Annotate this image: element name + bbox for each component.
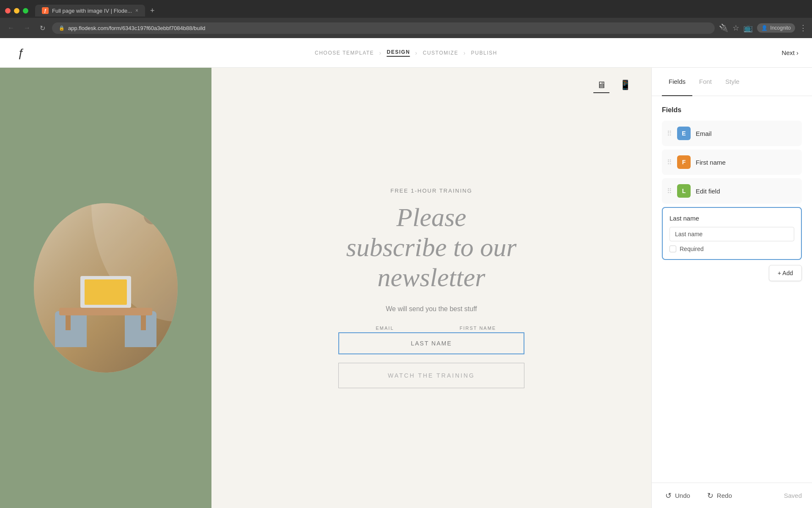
field-input-row: [669, 227, 794, 241]
saved-status: Saved: [784, 492, 802, 499]
step-arrow-2: ›: [415, 50, 418, 56]
back-button[interactable]: ←: [5, 22, 17, 33]
expanded-header: Last name: [669, 215, 794, 222]
main-content: 🖥 📱 FREE 1-HOUR TRAINING Pleasesubscribe…: [0, 68, 812, 508]
lock-icon: 🔒: [59, 25, 65, 31]
email-field-icon: E: [677, 127, 691, 140]
last-name-field-input[interactable]: [669, 227, 794, 241]
tab-favicon: ƒ: [42, 7, 49, 14]
step-arrow-3: ›: [464, 50, 466, 56]
url-text: app.flodesk.com/form/6343c197f60a3ebbf70…: [68, 25, 206, 31]
address-bar[interactable]: 🔒 app.flodesk.com/form/6343c197f60a3ebbf…: [52, 22, 715, 34]
new-tab-button[interactable]: +: [147, 5, 158, 17]
form-labels-row: EMAIL FIRST NAME: [338, 326, 524, 331]
canvas-area: 🖥 📱 FREE 1-HOUR TRAINING Pleasesubscribe…: [0, 68, 651, 508]
form-title: Pleasesubscribe to ournewsletter: [346, 202, 517, 293]
editfield-icon: L: [677, 184, 691, 198]
step-choose-template[interactable]: CHOOSE TEMPLATE: [315, 50, 374, 56]
hero-image: [34, 203, 178, 373]
firstname-field-label: First name: [696, 159, 726, 166]
next-arrow-icon: ›: [796, 49, 798, 56]
sidebar-bottom-bar: ↺ Undo ↻ Redo Saved: [652, 483, 812, 508]
star-icon[interactable]: ☆: [732, 23, 739, 33]
step-design[interactable]: DESIGN: [387, 49, 410, 57]
drag-handle-email[interactable]: ⠿: [667, 130, 672, 138]
form-description: We will send you the best stuff: [386, 305, 477, 313]
undo-icon: ↺: [665, 491, 672, 500]
app-nav: ƒ CHOOSE TEMPLATE › DESIGN › CUSTOMIZE ›…: [0, 38, 812, 68]
redo-button[interactable]: ↻ Redo: [704, 489, 735, 502]
nav-steps: CHOOSE TEMPLATE › DESIGN › CUSTOMIZE › P…: [315, 49, 497, 57]
email-field-label: Email: [696, 130, 712, 137]
submit-button[interactable]: WATCH THE TRAINING: [338, 363, 524, 388]
editfield-label: Edit field: [696, 188, 720, 195]
sidebar-content: Fields ⠿ E Email ⠿ F First name ⠿ L: [652, 96, 812, 483]
form-input-row: [338, 332, 524, 354]
sidebar-tabs: Fields Font Style: [652, 68, 812, 96]
first-name-label: FIRST NAME: [431, 326, 524, 331]
email-label: EMAIL: [338, 326, 431, 331]
expanded-title: Last name: [669, 215, 699, 222]
form-subtitle: FREE 1-HOUR TRAINING: [390, 188, 472, 194]
field-item-email[interactable]: ⠿ E Email: [662, 121, 802, 146]
required-label: Required: [680, 246, 704, 252]
step-arrow-1: ›: [379, 50, 381, 56]
tab-style[interactable]: Style: [719, 68, 746, 96]
forward-button[interactable]: →: [21, 22, 33, 33]
app-logo: ƒ: [14, 45, 29, 61]
maximize-dot[interactable]: [23, 8, 28, 14]
profile-badge[interactable]: 👤 Incognito: [757, 23, 795, 33]
incognito-label: Incognito: [770, 25, 791, 31]
mobile-toggle-button[interactable]: 📱: [616, 78, 634, 93]
cast-icon[interactable]: 📺: [743, 23, 753, 33]
tab-fields[interactable]: Fields: [662, 68, 692, 96]
reload-button[interactable]: ↻: [37, 22, 48, 34]
required-checkbox-row: Required: [669, 246, 794, 252]
step-customize[interactable]: CUSTOMIZE: [423, 50, 458, 56]
more-options-icon[interactable]: ⋮: [799, 23, 807, 33]
browser-tab[interactable]: ƒ Full page with image IV | Flode... ×: [35, 5, 145, 17]
field-expanded-lastname: Last name Required: [662, 207, 802, 260]
extension-icon: 🔌: [719, 23, 728, 33]
last-name-input[interactable]: [338, 332, 524, 354]
step-publish[interactable]: PUBLISH: [471, 50, 497, 56]
left-panel: [0, 68, 211, 508]
fields-section-title: Fields: [662, 106, 802, 114]
desktop-toggle-button[interactable]: 🖥: [593, 78, 609, 93]
field-item-firstname[interactable]: ⠿ F First name: [662, 149, 802, 175]
undo-redo-actions: ↺ Undo ↻ Redo: [662, 489, 735, 502]
drag-handle-firstname[interactable]: ⠿: [667, 158, 672, 166]
device-toggle: 🖥 📱: [593, 78, 634, 93]
firstname-field-icon: F: [677, 155, 691, 169]
close-dot[interactable]: [5, 8, 11, 14]
tab-title: Full page with image IV | Flode...: [52, 8, 132, 14]
next-button[interactable]: Next ›: [782, 49, 798, 56]
right-sidebar: Fields Font Style Fields ⠿ E Email ⠿ F F…: [651, 68, 812, 508]
minimize-dot[interactable]: [14, 8, 19, 14]
form-panel: 🖥 📱 FREE 1-HOUR TRAINING Pleasesubscribe…: [211, 68, 651, 508]
add-field-button[interactable]: + Add: [769, 265, 802, 281]
redo-icon: ↻: [707, 491, 713, 500]
profile-icon: 👤: [761, 25, 768, 31]
field-item-editfield[interactable]: ⠿ L Edit field: [662, 178, 802, 204]
required-checkbox[interactable]: [669, 246, 676, 252]
tab-close-btn[interactable]: ×: [135, 8, 138, 14]
drag-handle-editfield[interactable]: ⠿: [667, 187, 672, 195]
undo-button[interactable]: ↺ Undo: [662, 489, 694, 502]
tab-font[interactable]: Font: [692, 68, 719, 96]
